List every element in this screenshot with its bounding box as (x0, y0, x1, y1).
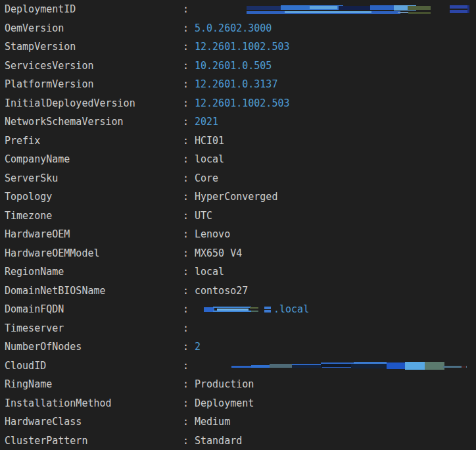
property-name: Timezone (5, 210, 183, 222)
separator: : (183, 172, 195, 184)
property-value: local (195, 266, 224, 278)
terminal-output[interactable]: DeploymentID : OemVer (0, 0, 476, 450)
separator: : (183, 135, 195, 147)
property-row-cloudid: CloudID : (0, 357, 476, 376)
property-row-clusterpattern: ClusterPattern : Standard (0, 432, 476, 450)
property-value: Production (195, 378, 254, 390)
property-value-redacted (195, 361, 467, 371)
property-value-partially-redacted: .local (195, 303, 309, 315)
property-row-hardwareoem: HardwareOEM : Lenovo (0, 225, 476, 244)
property-name: Prefix (5, 135, 183, 147)
property-row-timezone: Timezone : UTC (0, 207, 476, 226)
property-name: OemVersion (5, 22, 183, 34)
property-row-serversku: ServerSku : Core (0, 169, 476, 188)
property-value: contoso27 (195, 285, 248, 297)
separator: : (183, 210, 195, 222)
property-row-oemversion: OemVersion : 5.0.2602.3000 (0, 19, 476, 38)
property-row-installationmethod: InstallationMethod : Deployment (0, 394, 476, 413)
property-value-redacted (195, 4, 469, 14)
property-name: HardwareClass (5, 416, 183, 428)
property-value: UTC (195, 210, 212, 222)
property-row-initialdeployedversion: InitialDeployedVersion : 12.2601.1002.50… (0, 94, 476, 113)
separator: : (183, 247, 195, 259)
property-value: 12.2601.1002.503 (195, 41, 290, 53)
property-row-networkschemaversion: NetworkSchemaVersion : 2021 (0, 113, 476, 132)
property-name: InitialDeployedVersion (5, 97, 183, 109)
separator: : (183, 341, 195, 353)
redaction-block (450, 5, 469, 14)
property-name: DomainFQDN (5, 303, 183, 315)
property-value: 12.2601.1002.503 (195, 97, 290, 109)
separator: : (183, 116, 195, 128)
property-name: ServerSku (5, 172, 183, 184)
property-row-servicesversion: ServicesVersion : 10.2601.0.505 (0, 57, 476, 76)
property-value: 12.2601.0.3137 (195, 78, 277, 90)
property-name: DomainNetBIOSName (5, 285, 183, 297)
property-value: HCI01 (195, 135, 224, 147)
property-row-numberofnodes: NumberOfNodes : 2 (0, 338, 476, 357)
property-row-topology: Topology : HyperConverged (0, 188, 476, 207)
separator: : (183, 228, 195, 240)
property-value: Standard (195, 435, 242, 447)
property-row-regionname: RegionName : local (0, 262, 476, 282)
property-name: HardwareOEM (5, 228, 183, 240)
separator: : (183, 266, 195, 278)
property-name: NetworkSchemaVersion (5, 116, 183, 128)
property-value: local (195, 153, 224, 165)
separator: : (183, 3, 195, 15)
separator: : (183, 397, 195, 409)
redaction-block (264, 307, 271, 312)
separator: : (183, 435, 195, 447)
property-row-stampversion: StampVersion : 12.2601.1002.503 (0, 38, 476, 57)
property-value: MX650 V4 (195, 247, 242, 259)
separator: : (183, 60, 195, 72)
redaction-scribble (247, 4, 431, 14)
property-value: 2021 (195, 116, 218, 128)
property-name: ClusterPattern (5, 435, 183, 447)
separator: : (183, 322, 195, 334)
separator: : (183, 41, 195, 53)
property-name: CompanyName (5, 153, 183, 165)
property-row-prefix: Prefix : HCI01 (0, 132, 476, 151)
separator: : (183, 97, 195, 109)
separator: : (183, 78, 195, 90)
property-value: Lenovo (195, 228, 230, 240)
property-value: Deployment (195, 397, 254, 409)
separator: : (183, 416, 195, 428)
property-name: HardwareOEMModel (5, 247, 183, 259)
separator: : (183, 153, 195, 165)
property-name: StampVersion (5, 41, 183, 53)
redaction-scribble (231, 361, 467, 371)
property-value: .local (274, 303, 309, 315)
property-row-timeserver: Timeserver : (0, 319, 476, 338)
property-name: InstallationMethod (5, 397, 183, 409)
separator: : (183, 285, 195, 297)
property-name: Topology (5, 191, 183, 203)
property-name: RingName (5, 378, 183, 390)
separator: : (183, 360, 195, 372)
separator: : (183, 303, 195, 315)
property-row-deploymentid: DeploymentID : (0, 0, 476, 19)
property-name: CloudID (5, 360, 183, 372)
property-name: NumberOfNodes (5, 341, 183, 353)
property-row-platformversion: PlatformVersion : 12.2601.0.3137 (0, 75, 476, 94)
property-name: Timeserver (5, 322, 183, 334)
property-row-hardwareoemmodel: HardwareOEMModel : MX650 V4 (0, 244, 476, 263)
property-row-domainfqdn: DomainFQDN : .local (0, 300, 476, 319)
property-value: 2 (195, 341, 201, 353)
property-value: 10.2601.0.505 (195, 60, 272, 72)
property-value: 5.0.2602.3000 (195, 22, 272, 34)
property-value: Core (195, 172, 218, 184)
property-row-companyname: CompanyName : local (0, 150, 476, 169)
property-name: DeploymentID (5, 3, 183, 15)
separator: : (183, 22, 195, 34)
property-row-domainnetbiosname: DomainNetBIOSName : contoso27 (0, 282, 476, 301)
property-value: Medium (195, 416, 230, 428)
separator: : (183, 191, 195, 203)
property-name: PlatformVersion (5, 78, 183, 90)
redaction-scribble (204, 305, 259, 313)
property-name: RegionName (5, 266, 183, 278)
property-name: ServicesVersion (5, 60, 183, 72)
property-row-ringname: RingName : Production (0, 375, 476, 394)
property-value: HyperConverged (195, 191, 277, 203)
